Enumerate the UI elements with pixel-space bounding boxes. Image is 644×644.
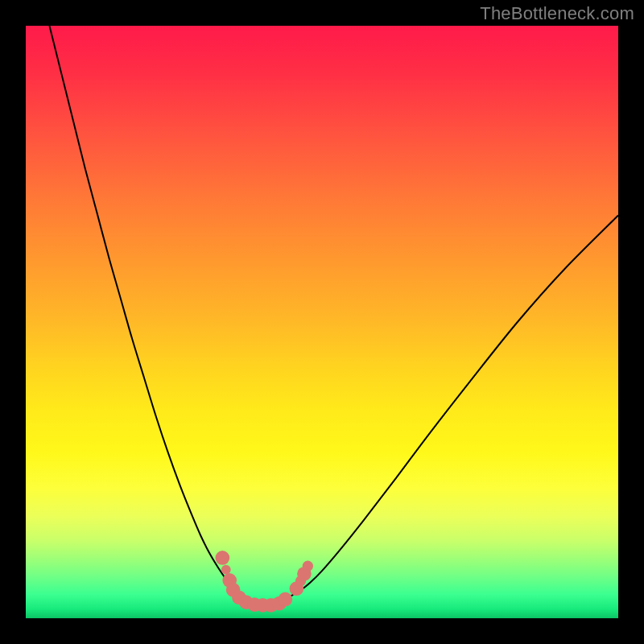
curve-right-path: [287, 216, 618, 598]
watermark-text: TheBottleneck.com: [480, 3, 634, 24]
svg-point-10: [279, 592, 293, 607]
svg-point-0: [216, 551, 230, 565]
marker-dots: [216, 551, 313, 613]
svg-point-1: [221, 565, 231, 575]
curve-svg: [26, 26, 618, 618]
plot-area: [26, 26, 618, 618]
chart-stage: TheBottleneck.com: [0, 0, 644, 644]
curve-left-path: [49, 26, 245, 598]
svg-point-14: [303, 561, 313, 572]
